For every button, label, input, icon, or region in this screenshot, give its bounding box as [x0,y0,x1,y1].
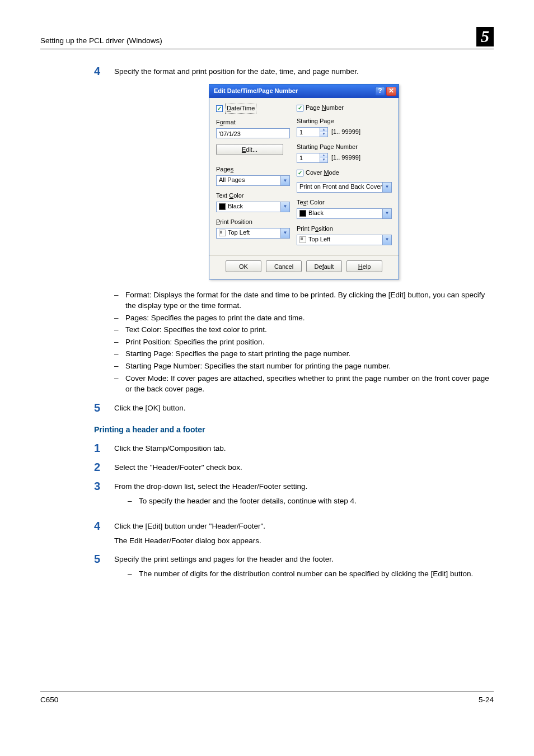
step4-bullet: Starting Page: Specifies the page to sta… [114,348,494,360]
datetime-checkbox[interactable]: ✓ DDate/Timeate/Time [216,104,290,114]
printpos-right-select[interactable]: Top Left ▼ [297,235,392,245]
dialog-title: Edit Date/Time/Page Number [214,87,298,96]
pagenumber-checkbox[interactable]: ✓ Page NumberPage Number [297,104,392,113]
close-icon[interactable]: ✕ [386,87,396,96]
chevron-down-icon: ▼ [280,228,289,238]
range-hint-1: [1.. 99999] [331,128,360,137]
b-step3-text: From the drop-down list, select the Head… [114,481,494,492]
textcolor-right-label: Text ColorText Color [297,198,392,207]
starting-page-label: Starting Page [297,117,392,126]
range-hint-2: [1.. 99999] [331,153,360,162]
step4-bullet: Text Color: Specifies the text color to … [114,324,494,335]
position-icon [219,230,226,236]
textcolor-right-select[interactable]: Black ▼ [297,208,392,219]
starting-page-number-input[interactable]: 1 ▲▼ [297,153,328,163]
printpos-right-label: Print PositionPrint Position [297,225,392,234]
chevron-down-icon: ▼ [382,235,391,245]
format-label: FormatFormat [216,118,290,127]
step-4-number: 4 [94,65,114,77]
chevron-down-icon: ▼ [280,176,289,185]
footer-left: C650 [40,694,58,706]
step4-bullet: Cover Mode: If cover pages are attached,… [114,373,494,395]
b-step5-bullet: The number of digits for the distributio… [128,568,494,580]
ok-button[interactable]: OK [226,260,261,272]
textcolor-left-select[interactable]: Black ▼ [216,202,290,212]
help-icon[interactable]: ? [375,87,385,96]
b-step3-num: 3 [94,480,114,513]
edit-datetime-dialog: Edit Date/Time/Page Number ? ✕ ✓ DDate/T… [209,84,399,279]
chevron-down-icon: ▼ [382,209,391,218]
b-step1-num: 1 [94,442,114,454]
b-step1-text: Click the Stamp/Composition tab. [114,442,494,454]
spin-up-icon[interactable]: ▲ [320,153,327,158]
b-step2-text: Select the "Header/Footer" check box. [114,461,494,473]
step4-bullet: Print Position: Specifies the print posi… [114,337,494,348]
chevron-down-icon: ▼ [382,183,391,192]
starting-page-number-label: Starting Page Number [297,143,392,152]
step-4-text: Specify the format and print position fo… [114,65,494,77]
covermode-select[interactable]: Print on Front and Back Cover ▼ [297,182,392,193]
check-icon: ✓ [297,105,303,111]
b-step4-line1: Click the [Edit] button under "Header/Fo… [114,521,494,532]
b-step5-num: 5 [94,553,114,586]
step-5-number: 5 [94,402,114,414]
step4-bullet: Format: Displays the format for the date… [114,290,494,311]
covermode-checkbox[interactable]: ✓ Cover ModeCover Mode [297,169,392,178]
check-icon: ✓ [297,170,303,176]
pages-label: PagesPages [216,165,290,174]
chapter-number: 5 [476,27,494,46]
spin-down-icon[interactable]: ▼ [320,158,327,162]
spin-up-icon[interactable]: ▲ [320,128,327,132]
printpos-left-label: Print PositionPrint Position [216,218,290,227]
edit-button[interactable]: Edit...Edit... [216,144,283,155]
textcolor-left-label: Text ColorText Color [216,192,290,200]
cancel-button[interactable]: Cancel [266,260,302,272]
footer-right: 5-24 [479,694,494,706]
step-5-text: Click the [OK] button. [114,402,494,414]
b-step4-num: 4 [94,520,114,546]
color-swatch-icon [219,203,226,210]
printpos-left-select[interactable]: Top Left ▼ [216,228,290,239]
b-step3-bullet: To specify the header and the footer det… [128,496,494,507]
step4-bullet: Pages: Specifies the pages to print the … [114,312,494,324]
step4-bullet: Starting Page Number: Specifies the star… [114,361,494,372]
color-swatch-icon [299,210,306,217]
subheading-header-footer: Printing a header and a footer [94,424,494,435]
b-step5-text: Specify the print settings and pages for… [114,554,494,565]
running-head-title: Setting up the PCL driver (Windows) [40,35,162,46]
help-button[interactable]: HelpHelp [346,260,382,272]
format-output: '07/1/23 [216,128,290,138]
b-step2-num: 2 [94,461,114,473]
b-step4-line2: The Edit Header/Footer dialog box appear… [114,535,494,547]
position-icon [299,236,306,243]
pages-select[interactable]: All Pages ▼ [216,175,290,186]
spin-down-icon[interactable]: ▼ [320,132,327,137]
check-icon: ✓ [216,105,223,112]
starting-page-input[interactable]: 1 ▲▼ [297,127,328,137]
default-button[interactable]: DefaultDefault [306,260,342,272]
chevron-down-icon: ▼ [280,202,289,212]
